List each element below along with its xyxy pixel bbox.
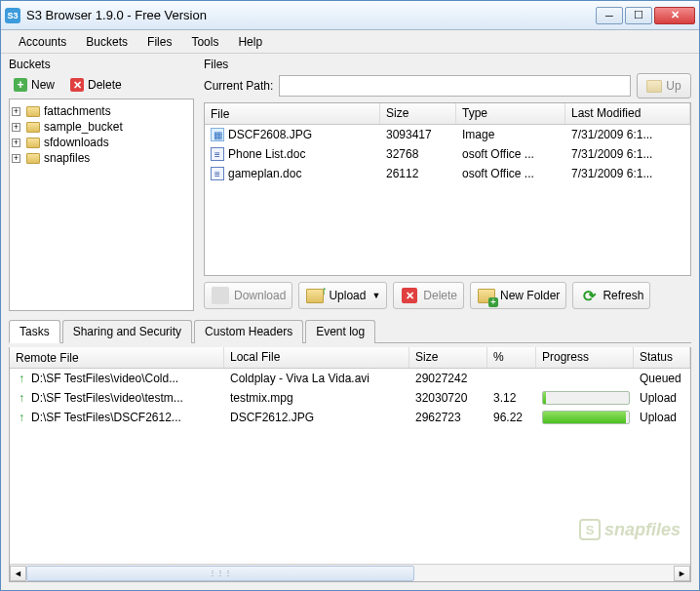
window-title: S3 Browser 1.9.0 - Free Version xyxy=(26,8,596,22)
bucket-name: sample_bucket xyxy=(44,120,123,134)
minimize-button[interactable]: ─ xyxy=(596,7,623,24)
buckets-label: Buckets xyxy=(9,58,194,71)
tasks-panel: Remote File Local File Size % Progress S… xyxy=(9,347,691,582)
delete-bucket-button[interactable]: ✕ Delete xyxy=(65,75,127,95)
delete-icon: ✕ xyxy=(402,288,417,303)
scroll-right-arrow[interactable]: ► xyxy=(674,566,690,581)
col-type[interactable]: Type xyxy=(456,103,565,124)
bucket-item[interactable]: +sample_bucket xyxy=(12,119,191,135)
x-icon: ✕ xyxy=(70,78,84,92)
col-file[interactable]: File xyxy=(205,103,380,124)
current-path-input[interactable] xyxy=(279,75,631,97)
bucket-item[interactable]: +fattachments xyxy=(12,103,191,119)
menu-help[interactable]: Help xyxy=(228,33,272,51)
tab-custom-headers[interactable]: Custom Headers xyxy=(194,320,303,343)
refresh-label: Refresh xyxy=(603,289,643,302)
upload-arrow-icon: ↑ xyxy=(16,412,27,423)
menu-buckets[interactable]: Buckets xyxy=(76,33,137,51)
expander-icon[interactable]: + xyxy=(12,107,20,116)
local-file: Coldplay - Viva La Vida.avi xyxy=(224,370,409,387)
task-row[interactable]: ↑D:\SF TestFiles\video\testm...testmix.m… xyxy=(10,388,690,408)
delete-bucket-label: Delete xyxy=(88,78,122,92)
new-bucket-button[interactable]: + New xyxy=(9,75,59,95)
chevron-down-icon: ▼ xyxy=(371,291,380,300)
new-folder-label: New Folder xyxy=(500,289,560,302)
horizontal-scrollbar[interactable]: ◄ ⋮⋮⋮ ► xyxy=(10,564,690,581)
col-size[interactable]: Size xyxy=(380,103,456,124)
app-window: S3 S3 Browser 1.9.0 - Free Version ─ ☐ ✕… xyxy=(0,0,700,591)
task-status: Upload xyxy=(634,389,690,407)
task-row[interactable]: ↑D:\SF TestFiles\video\Cold...Coldplay -… xyxy=(10,369,690,388)
file-icon: ▦ xyxy=(211,128,224,141)
bucket-name: fattachments xyxy=(44,104,111,118)
task-row[interactable]: ↑D:\SF TestFiles\DSCF2612...DSCF2612.JPG… xyxy=(10,408,690,427)
file-name: gameplan.doc xyxy=(228,167,301,180)
bucket-item[interactable]: +snapfiles xyxy=(12,150,191,166)
titlebar[interactable]: S3 S3 Browser 1.9.0 - Free Version ─ ☐ ✕ xyxy=(1,1,699,30)
plus-icon: + xyxy=(14,78,27,92)
progress-bar xyxy=(542,411,630,424)
file-row[interactable]: ▦DSCF2608.JPG3093417Image7/31/2009 6:1..… xyxy=(205,125,690,144)
scroll-left-arrow[interactable]: ◄ xyxy=(10,566,26,581)
tcol-remote[interactable]: Remote File xyxy=(10,347,224,368)
close-button[interactable]: ✕ xyxy=(654,7,695,24)
menu-files[interactable]: Files xyxy=(137,33,181,51)
task-pct: 96.22 xyxy=(487,409,536,426)
expander-icon[interactable]: + xyxy=(12,123,20,132)
file-list-header: File Size Type Last Modified xyxy=(205,103,690,125)
tcol-local[interactable]: Local File xyxy=(224,347,409,368)
menu-tools[interactable]: Tools xyxy=(181,33,228,51)
tab-event-log[interactable]: Event log xyxy=(305,320,375,343)
bucket-tree[interactable]: +fattachments+sample_bucket+sfdownloads+… xyxy=(9,98,194,311)
file-size: 32768 xyxy=(380,145,456,163)
buckets-panel: Buckets + New ✕ Delete +fattachments+sam… xyxy=(9,58,194,311)
up-button[interactable]: Up xyxy=(637,73,691,98)
file-modified: 7/31/2009 6:1... xyxy=(565,165,690,182)
watermark-icon: S xyxy=(579,519,601,540)
file-row[interactable]: ≡gameplan.doc26112osoft Office ...7/31/2… xyxy=(205,164,690,183)
file-size: 3093417 xyxy=(380,126,456,143)
menu-accounts[interactable]: Accounts xyxy=(9,33,76,51)
bottom-tabs: Tasks Sharing and Security Custom Header… xyxy=(9,319,691,343)
local-file: testmix.mpg xyxy=(224,389,409,407)
tab-tasks[interactable]: Tasks xyxy=(9,320,60,343)
tasks-header: Remote File Local File Size % Progress S… xyxy=(10,347,690,369)
progress-bar xyxy=(542,391,630,405)
expander-icon[interactable]: + xyxy=(12,154,20,163)
upload-arrow-icon: ↑ xyxy=(16,373,27,384)
file-row[interactable]: ≡Phone List.doc32768osoft Office ...7/31… xyxy=(205,144,690,164)
remote-file: D:\SF TestFiles\video\Cold... xyxy=(31,372,178,385)
tcol-status[interactable]: Status xyxy=(634,347,690,368)
current-path-label: Current Path: xyxy=(204,79,273,93)
new-folder-button[interactable]: New Folder xyxy=(470,282,566,309)
menubar: Accounts Buckets Files Tools Help xyxy=(1,30,699,54)
task-size: 32030720 xyxy=(409,389,487,407)
tcol-progress[interactable]: Progress xyxy=(536,347,634,368)
app-icon: S3 xyxy=(5,8,20,23)
tcol-size[interactable]: Size xyxy=(409,347,487,368)
file-list[interactable]: File Size Type Last Modified ▦DSCF2608.J… xyxy=(204,102,691,276)
file-type: Image xyxy=(456,126,565,143)
tcol-pct[interactable]: % xyxy=(487,347,536,368)
delete-file-button[interactable]: ✕ Delete xyxy=(393,282,464,309)
refresh-button[interactable]: ⟳ Refresh xyxy=(572,282,650,309)
upload-button[interactable]: Upload ▼ xyxy=(298,282,387,309)
scroll-thumb[interactable]: ⋮⋮⋮ xyxy=(26,566,414,581)
maximize-button[interactable]: ☐ xyxy=(625,7,652,24)
file-name: Phone List.doc xyxy=(228,147,305,161)
col-modified[interactable]: Last Modified xyxy=(565,103,690,124)
new-folder-icon xyxy=(477,286,496,305)
files-toolbar: Download Upload ▼ ✕ Delete New Folder xyxy=(204,276,691,311)
file-icon: ≡ xyxy=(211,147,224,161)
task-size: 29027242 xyxy=(409,370,487,387)
expander-icon[interactable]: + xyxy=(12,138,20,147)
folder-up-icon xyxy=(646,80,662,93)
bucket-item[interactable]: +sfdownloads xyxy=(12,135,191,150)
task-status: Queued xyxy=(634,370,690,387)
file-modified: 7/31/2009 6:1... xyxy=(565,126,690,143)
folder-icon xyxy=(26,138,40,148)
download-button[interactable]: Download xyxy=(204,282,292,309)
tab-sharing-security[interactable]: Sharing and Security xyxy=(62,320,192,343)
new-bucket-label: New xyxy=(31,78,55,92)
local-file: DSCF2612.JPG xyxy=(224,409,409,426)
